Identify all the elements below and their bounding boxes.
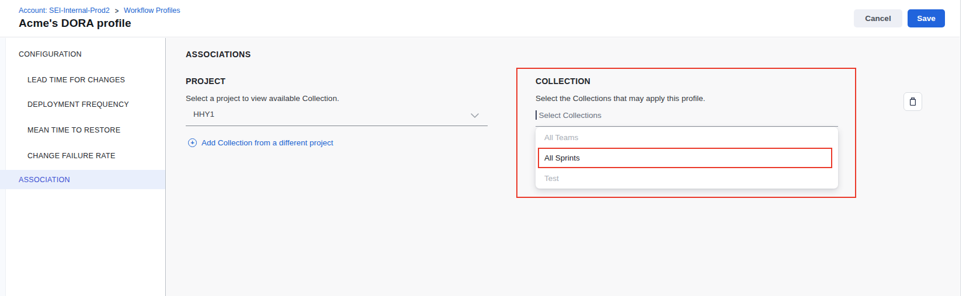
- sidebar-item-configuration[interactable]: CONFIGURATION: [19, 50, 82, 58]
- project-select[interactable]: HHY1: [193, 110, 214, 119]
- dropdown-option-test[interactable]: Test: [536, 168, 838, 189]
- text-caret: [536, 110, 537, 120]
- associations-heading: ASSOCIATIONS: [186, 50, 251, 59]
- sidebar-item-lead-time-for-changes[interactable]: LEAD TIME FOR CHANGES: [27, 76, 125, 84]
- associations-panel: ASSOCIATIONS PROJECT Select a project to…: [166, 38, 960, 296]
- collection-heading: COLLECTION: [536, 76, 590, 86]
- sidebar-item-mean-time-to-restore[interactable]: MEAN TIME TO RESTORE: [27, 126, 120, 134]
- breadcrumb-account-link[interactable]: Account: SEI-Internal-Prod2: [19, 6, 110, 15]
- collections-input-underline: [536, 126, 838, 127]
- sidebar-item-association[interactable]: ASSOCIATION: [0, 170, 165, 189]
- page-header: Account: SEI-Internal-Prod2 > Workflow P…: [0, 0, 960, 37]
- scrollbar-gutter[interactable]: [960, 0, 980, 296]
- project-description: Select a project to view available Colle…: [186, 94, 339, 103]
- project-heading: PROJECT: [186, 76, 225, 86]
- collections-input[interactable]: Select Collections: [536, 109, 602, 121]
- left-edge-strip: [0, 38, 6, 296]
- trash-icon: [908, 97, 918, 106]
- add-collection-link[interactable]: + Add Collection from a different projec…: [188, 138, 333, 147]
- delete-association-button[interactable]: [903, 92, 922, 111]
- chevron-right-icon: >: [115, 6, 119, 15]
- collection-annotation-box: COLLECTION Select the Collections that m…: [516, 68, 856, 198]
- add-collection-link-label: Add Collection from a different project: [201, 138, 333, 147]
- project-select-underline: [186, 126, 488, 126]
- collections-input-placeholder: Select Collections: [539, 111, 602, 120]
- collection-description: Select the Collections that may apply th…: [536, 94, 705, 103]
- save-button[interactable]: Save: [908, 9, 945, 27]
- sidebar-item-association-label: ASSOCIATION: [19, 176, 70, 184]
- page-title: Acme's DORA profile: [19, 17, 131, 30]
- cancel-button[interactable]: Cancel: [854, 9, 902, 27]
- plus-circle-icon: +: [188, 138, 197, 147]
- breadcrumb-workflow-profiles-link[interactable]: Workflow Profiles: [124, 6, 180, 15]
- dropdown-option-all-sprints[interactable]: All Sprints: [536, 148, 838, 168]
- profile-nav-sidebar: CONFIGURATION LEAD TIME FOR CHANGES DEPL…: [0, 38, 166, 296]
- chevron-down-icon[interactable]: [470, 112, 479, 119]
- breadcrumb: Account: SEI-Internal-Prod2 > Workflow P…: [19, 5, 180, 16]
- collections-dropdown: All Teams All Sprints Test: [536, 127, 838, 189]
- workflow-profile-page: Account: SEI-Internal-Prod2 > Workflow P…: [0, 0, 980, 296]
- sidebar-item-change-failure-rate[interactable]: CHANGE FAILURE RATE: [27, 152, 116, 160]
- dropdown-option-all-teams[interactable]: All Teams: [536, 127, 838, 148]
- sidebar-item-deployment-frequency[interactable]: DEPLOYMENT FREQUENCY: [27, 100, 129, 109]
